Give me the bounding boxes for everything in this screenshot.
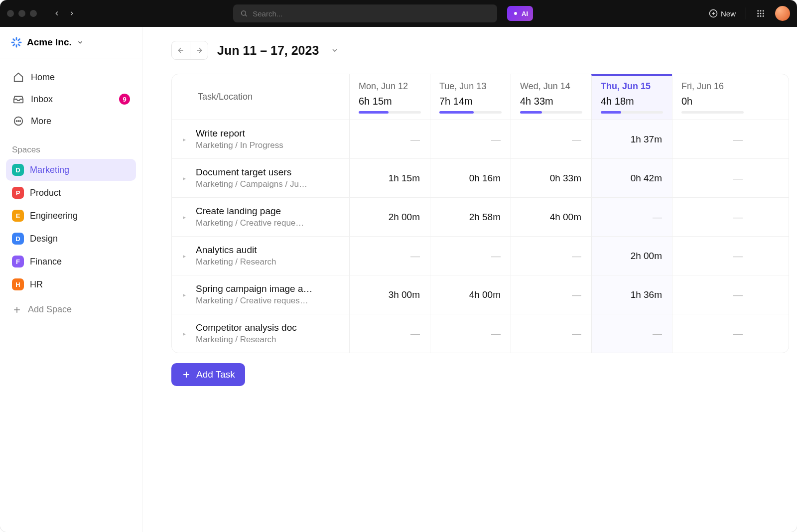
- svg-line-21: [13, 44, 15, 46]
- time-cell[interactable]: —: [672, 198, 753, 236]
- search-input[interactable]: [253, 9, 490, 18]
- day-column-header[interactable]: Tue, Jun 13 7h 14m: [430, 74, 511, 120]
- nav-more[interactable]: More: [7, 110, 135, 132]
- workspace-switcher[interactable]: Acme Inc.: [0, 27, 142, 58]
- task-path: Marketing / Campaigns / Ju…: [196, 179, 307, 189]
- time-cell[interactable]: —: [430, 314, 511, 353]
- time-cell[interactable]: —: [672, 237, 753, 275]
- time-cell[interactable]: 4h 00m: [430, 275, 511, 314]
- time-cell[interactable]: 2h 58m: [430, 198, 511, 236]
- svg-point-10: [760, 13, 762, 14]
- time-cell[interactable]: —: [349, 120, 430, 158]
- global-search[interactable]: [233, 4, 497, 22]
- traffic-light-minimize[interactable]: [18, 10, 25, 17]
- time-cell[interactable]: —: [591, 198, 672, 236]
- time-cell[interactable]: —: [672, 314, 753, 353]
- time-cell[interactable]: 1h 37m: [591, 120, 672, 158]
- time-cell[interactable]: —: [511, 275, 591, 314]
- time-cell[interactable]: —: [672, 120, 753, 158]
- time-cell[interactable]: —: [511, 237, 591, 275]
- ai-button[interactable]: AI: [507, 6, 533, 21]
- svg-point-26: [20, 121, 21, 122]
- sidebar-space-item[interactable]: PProduct: [6, 182, 136, 204]
- day-total: 4h 33m: [520, 96, 582, 107]
- sidebar-space-item[interactable]: DMarketing: [6, 159, 136, 181]
- space-color-badge: H: [12, 278, 24, 290]
- time-cell[interactable]: —: [672, 159, 753, 197]
- time-cell[interactable]: —: [672, 275, 753, 314]
- task-cell[interactable]: ▸ Document target users Marketing / Camp…: [172, 159, 349, 197]
- sidebar-space-item[interactable]: EEngineering: [6, 205, 136, 227]
- time-cell[interactable]: 1h 36m: [591, 275, 672, 314]
- add-task-button[interactable]: Add Task: [171, 363, 245, 386]
- disclosure-triangle-icon[interactable]: ▸: [183, 214, 191, 221]
- nav-inbox[interactable]: Inbox 9: [7, 88, 135, 110]
- new-label: New: [721, 9, 736, 18]
- day-column-header[interactable]: Mon, Jun 12 6h 15m: [349, 74, 430, 120]
- task-row: ▸ Analytics audit Marketing / Research —…: [172, 237, 789, 275]
- time-cell[interactable]: —: [511, 120, 591, 158]
- task-cell[interactable]: ▸ Spring campaign image a… Marketing / C…: [172, 275, 349, 314]
- task-title: Create landing page: [196, 206, 304, 217]
- day-column-header[interactable]: Wed, Jun 14 4h 33m: [511, 74, 591, 120]
- day-column-header[interactable]: Thu, Jun 15 4h 18m: [591, 74, 672, 120]
- time-cell[interactable]: 3h 00m: [349, 275, 430, 314]
- time-cell[interactable]: —: [591, 314, 672, 353]
- history-forward-button[interactable]: [65, 6, 79, 20]
- day-column-header[interactable]: Fri, Jun 16 0h: [672, 74, 753, 120]
- time-cell[interactable]: 2h 00m: [591, 237, 672, 275]
- sidebar-space-item[interactable]: DDesign: [6, 228, 136, 250]
- task-cell[interactable]: ▸ Analytics audit Marketing / Research: [172, 237, 349, 275]
- date-range-picker[interactable]: [328, 43, 342, 57]
- day-progress-bar: [520, 111, 582, 114]
- time-cell[interactable]: —: [349, 237, 430, 275]
- time-cell[interactable]: 0h 42m: [591, 159, 672, 197]
- sidebar-space-item[interactable]: FFinance: [6, 251, 136, 272]
- traffic-light-close[interactable]: [7, 10, 14, 17]
- disclosure-triangle-icon[interactable]: ▸: [183, 291, 191, 298]
- task-path: Marketing / Research: [196, 335, 297, 345]
- prev-week-button[interactable]: [172, 41, 190, 59]
- time-cell[interactable]: —: [349, 314, 430, 353]
- divider: [746, 7, 746, 19]
- new-button[interactable]: New: [709, 9, 736, 18]
- task-cell[interactable]: ▸ Create landing page Marketing / Creati…: [172, 198, 349, 236]
- time-cell[interactable]: —: [430, 120, 511, 158]
- task-row: ▸ Document target users Marketing / Camp…: [172, 159, 789, 198]
- svg-point-14: [763, 15, 764, 17]
- svg-point-7: [760, 10, 762, 11]
- add-space-button[interactable]: Add Space: [6, 298, 136, 321]
- apps-grid-icon[interactable]: [756, 9, 765, 18]
- next-week-button[interactable]: [190, 41, 208, 59]
- disclosure-triangle-icon[interactable]: ▸: [183, 175, 191, 182]
- plus-icon: [12, 305, 22, 315]
- time-cell[interactable]: 0h 16m: [430, 159, 511, 197]
- disclosure-triangle-icon[interactable]: ▸: [183, 136, 191, 143]
- task-cell[interactable]: ▸ Write report Marketing / In Progress: [172, 120, 349, 158]
- day-label: Fri, Jun 16: [681, 81, 744, 92]
- svg-point-11: [763, 13, 764, 14]
- task-title: Document target users: [196, 167, 307, 178]
- traffic-light-zoom[interactable]: [30, 10, 37, 17]
- time-cell[interactable]: 4h 00m: [511, 198, 591, 236]
- user-avatar[interactable]: [775, 6, 790, 21]
- time-cell[interactable]: 0h 33m: [511, 159, 591, 197]
- ai-label: AI: [522, 10, 528, 17]
- time-cell[interactable]: —: [511, 314, 591, 353]
- time-cell[interactable]: 1h 15m: [349, 159, 430, 197]
- nav-home[interactable]: Home: [7, 66, 135, 88]
- svg-point-24: [16, 121, 17, 122]
- disclosure-triangle-icon[interactable]: ▸: [183, 330, 191, 337]
- sidebar-space-item[interactable]: HHR: [6, 273, 136, 295]
- add-space-label: Add Space: [28, 304, 72, 315]
- space-label: Marketing: [30, 165, 69, 175]
- time-cell[interactable]: —: [430, 237, 511, 275]
- history-back-button[interactable]: [50, 6, 64, 20]
- task-cell[interactable]: ▸ Competitor analysis doc Marketing / Re…: [172, 314, 349, 353]
- task-row: ▸ Write report Marketing / In Progress —…: [172, 120, 789, 159]
- day-progress-bar: [359, 111, 421, 114]
- time-cell[interactable]: 2h 00m: [349, 198, 430, 236]
- day-label: Mon, Jun 12: [359, 81, 421, 92]
- disclosure-triangle-icon[interactable]: ▸: [183, 253, 191, 260]
- space-color-badge: F: [12, 256, 24, 267]
